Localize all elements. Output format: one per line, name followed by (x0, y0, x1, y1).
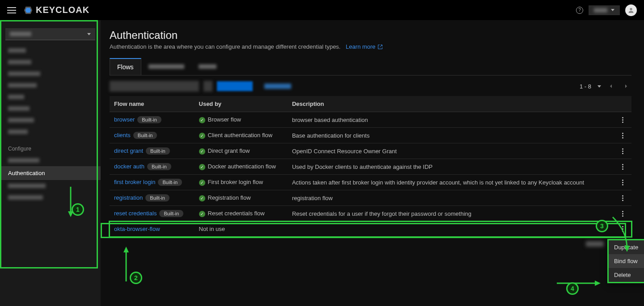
builtin-badge: Built-in (133, 132, 157, 139)
builtin-badge: Built-in (159, 210, 183, 217)
used-by-cell: ✓Direct grant flow (195, 143, 288, 159)
flow-name-link[interactable]: first broker login (114, 179, 155, 185)
page-description: Authentication is the area where you can… (110, 43, 631, 50)
table-row: docker authBuilt-in✓Docker authenticatio… (110, 159, 631, 175)
flow-name-link[interactable]: reset credentials (114, 210, 157, 217)
header-right: ? (576, 4, 637, 16)
sidebar-item[interactable] (0, 80, 101, 91)
flow-name-link[interactable]: docker auth (114, 163, 144, 170)
used-by-cell: ✓First broker login flow (195, 175, 288, 190)
tab-flows[interactable]: Flows (110, 58, 141, 75)
builtin-badge: Built-in (146, 147, 170, 155)
tabs: Flows (110, 58, 631, 75)
check-circle-icon: ✓ (199, 180, 205, 186)
toolbar-link[interactable] (264, 84, 291, 89)
sidebar: Configure Authentication (0, 20, 101, 306)
sidebar-item-authentication[interactable]: Authentication (0, 166, 101, 180)
check-circle-icon: ✓ (199, 133, 205, 139)
builtin-badge: Built-in (137, 116, 161, 123)
create-flow-button[interactable] (217, 81, 253, 91)
used-by-cell: ✓Docker authentication flow (195, 159, 288, 175)
svg-point-2 (630, 8, 632, 10)
row-actions-button[interactable] (618, 180, 627, 185)
description-cell: browser based authentication (288, 112, 614, 128)
row-actions-button[interactable] (618, 117, 627, 123)
search-icon[interactable] (203, 81, 212, 92)
check-circle-icon: ✓ (199, 195, 205, 201)
description-cell: Actions taken after first broker login w… (288, 175, 614, 190)
page-title: Authentication (110, 29, 631, 42)
row-actions-button[interactable] (618, 211, 627, 217)
menu-item-duplicate[interactable]: Duplicate (609, 240, 644, 254)
description-cell (288, 222, 614, 237)
flow-name-link[interactable]: clients (114, 132, 131, 138)
menu-item-delete[interactable]: Delete (609, 268, 644, 282)
table-row: browserBuilt-in✓Browser flowbrowser base… (110, 112, 631, 128)
table-row: reset credentialsBuilt-in✓Reset credenti… (110, 206, 631, 222)
help-icon[interactable]: ? (576, 7, 583, 14)
description-cell: OpenID Connect Resource Owner Grant (288, 143, 614, 159)
external-link-icon (377, 44, 383, 50)
builtin-badge: Built-in (145, 194, 169, 201)
menu-item-bind-flow[interactable]: Bind flow (609, 254, 644, 268)
avatar[interactable] (625, 4, 637, 16)
description-cell: registration flow (288, 190, 614, 206)
app-header: KEYCLOAK ? (0, 0, 644, 20)
table-row: registrationBuilt-in✓Registration flowre… (110, 190, 631, 206)
header-left: KEYCLOAK (7, 5, 89, 15)
sidebar-item[interactable] (0, 68, 101, 80)
builtin-badge: Built-in (147, 163, 171, 170)
sidebar-item[interactable] (0, 56, 101, 68)
row-actions-button[interactable] (618, 164, 627, 170)
chevron-down-icon (87, 33, 91, 35)
keycloak-logo-icon (23, 5, 33, 15)
builtin-badge: Built-in (158, 179, 182, 186)
used-by-cell: ✓Reset credentials flow (195, 206, 288, 222)
sidebar-item[interactable] (0, 155, 101, 166)
description-cell: Used by Docker clients to authenticate a… (288, 159, 614, 175)
brand: KEYCLOAK (23, 5, 89, 15)
row-actions-button[interactable] (618, 148, 627, 154)
flows-table: Flow name Used by Description browserBui… (110, 96, 631, 237)
sidebar-section-label: Configure (0, 138, 101, 155)
brand-name: KEYCLOAK (36, 5, 89, 15)
check-circle-icon: ✓ (199, 164, 205, 170)
used-by-cell: ✓Browser flow (195, 112, 288, 128)
flow-name-link[interactable]: okta-browser-flow (114, 226, 160, 232)
row-actions-menu: Duplicate Bind flow Delete (607, 239, 644, 283)
sidebar-item[interactable] (0, 91, 101, 103)
table-row: okta-browser-flowNot in use (110, 222, 631, 237)
flow-name-link[interactable]: browser (114, 116, 135, 123)
chevron-down-icon[interactable] (597, 85, 601, 88)
search-input[interactable] (110, 81, 199, 92)
user-menu[interactable] (589, 5, 620, 15)
pagination-bottom (110, 241, 631, 247)
sidebar-item[interactable] (0, 126, 101, 138)
main-content: Authentication Authentication is the are… (101, 20, 644, 306)
learn-more-link[interactable]: Learn more (346, 43, 382, 50)
row-actions-button[interactable] (618, 226, 627, 232)
realm-selector[interactable] (5, 28, 95, 40)
pagination-range: 1 - 8 (580, 83, 591, 90)
sidebar-item[interactable] (0, 103, 101, 114)
tab[interactable] (191, 58, 224, 75)
check-circle-icon: ✓ (199, 117, 205, 123)
sidebar-item[interactable] (0, 180, 101, 192)
used-by-cell: Not in use (195, 222, 288, 237)
pagination: 1 - 8 (580, 81, 631, 92)
used-by-cell: ✓Client authentication flow (195, 128, 288, 143)
check-circle-icon: ✓ (199, 211, 205, 217)
row-actions-button[interactable] (618, 133, 627, 138)
sidebar-item[interactable] (0, 114, 101, 126)
tab[interactable] (141, 58, 191, 75)
menu-toggle-icon[interactable] (7, 7, 16, 13)
sidebar-item[interactable] (0, 192, 101, 203)
check-circle-icon: ✓ (199, 148, 205, 155)
col-flow-name: Flow name (110, 96, 195, 112)
sidebar-item[interactable] (0, 45, 101, 56)
row-actions-button[interactable] (618, 195, 627, 201)
prev-page-button[interactable] (606, 81, 616, 92)
flow-name-link[interactable]: direct grant (114, 147, 143, 154)
next-page-button[interactable] (621, 81, 631, 92)
flow-name-link[interactable]: registration (114, 194, 143, 201)
